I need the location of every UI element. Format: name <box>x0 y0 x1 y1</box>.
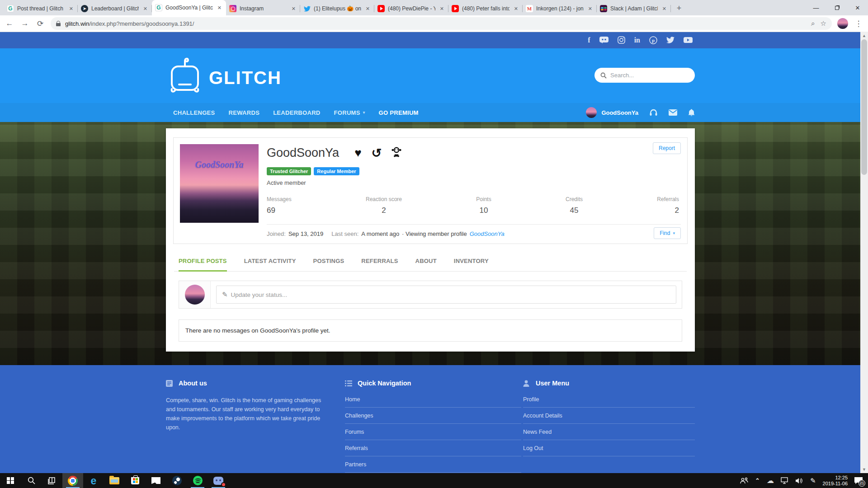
taskbar-mail-button[interactable] <box>146 473 166 488</box>
tab-profile-posts[interactable]: PROFILE POSTS <box>179 255 227 272</box>
task-view-button[interactable] <box>42 473 62 488</box>
browser-tab[interactable]: (1) Elitelupus 🎃 on Twi ✕ <box>300 2 374 15</box>
close-icon[interactable]: ✕ <box>587 5 594 12</box>
taskbar-discord-button[interactable] <box>208 473 229 488</box>
people-icon[interactable] <box>740 477 748 484</box>
pen-icon[interactable]: ✎ <box>810 477 816 485</box>
footer-link-profile[interactable]: Profile <box>523 391 695 408</box>
close-icon[interactable]: ✕ <box>68 5 75 12</box>
browser-tab[interactable]: (480) Peter falls into a c ✕ <box>448 2 523 15</box>
close-icon[interactable]: ✕ <box>216 5 223 11</box>
scrollbar-thumb[interactable] <box>861 39 867 175</box>
footer-link-challenges[interactable]: Challenges <box>345 408 521 424</box>
scroll-down-arrow[interactable]: ▼ <box>860 465 868 473</box>
footer-link-partners[interactable]: Partners <box>345 456 521 473</box>
nav-username[interactable]: GoodSoonYa <box>601 109 638 116</box>
stat-value[interactable]: 10 <box>476 206 491 215</box>
footer-link-account-details[interactable]: Account Details <box>523 408 695 424</box>
footer-link-news-feed[interactable]: News Feed <box>523 424 695 440</box>
volume-icon[interactable] <box>796 478 803 484</box>
browser-tab-active[interactable]: G GoodSoonYa | Glitch - C ✕ <box>152 0 226 15</box>
stat-value[interactable]: 2 <box>366 206 402 215</box>
scroll-up-arrow[interactable]: ▲ <box>860 32 868 39</box>
minimize-button[interactable]: — <box>806 0 826 15</box>
chevron-up-icon[interactable]: ⌃ <box>755 477 760 484</box>
close-icon[interactable]: ✕ <box>661 5 668 12</box>
network-icon[interactable] <box>781 477 789 484</box>
tab-referrals[interactable]: REFERRALS <box>361 255 398 271</box>
taskbar-steam-button[interactable] <box>166 473 187 488</box>
taskbar-edge-button[interactable]: e <box>83 473 104 488</box>
taskbar-clock[interactable]: 12:25 2019-11-06 <box>823 475 848 487</box>
youtube-icon[interactable] <box>684 36 693 45</box>
browser-tab[interactable]: (480) PewDiePie - YouT ✕ <box>374 2 448 15</box>
close-icon[interactable]: ✕ <box>439 5 445 12</box>
forward-icon[interactable]: → <box>20 19 30 28</box>
report-button[interactable]: Report <box>653 142 681 154</box>
taskbar-spotify-button[interactable] <box>187 473 208 488</box>
restore-button[interactable] <box>826 0 847 15</box>
action-center-button[interactable]: 21 <box>854 477 863 484</box>
browser-profile-avatar[interactable] <box>837 18 848 29</box>
baby-icon[interactable] <box>392 147 401 160</box>
zoom-icon[interactable]: ⌕ <box>811 19 815 28</box>
tab-postings[interactable]: POSTINGS <box>313 255 344 271</box>
footer-link-referrals[interactable]: Referrals <box>345 440 521 456</box>
onedrive-cloud-icon[interactable]: ☁ <box>767 476 774 485</box>
taskbar-store-button[interactable] <box>125 473 146 488</box>
viewing-profile-link[interactable]: GoodSoonYa <box>470 230 505 237</box>
browser-menu-icon[interactable]: ⋮ <box>854 19 863 28</box>
tab-latest-activity[interactable]: LATEST ACTIVITY <box>244 255 296 271</box>
stat-value[interactable]: 2 <box>657 206 679 215</box>
nav-user-avatar[interactable] <box>586 107 597 118</box>
nav-challenges[interactable]: CHALLENGES <box>173 109 215 116</box>
taskbar-search-button[interactable] <box>21 473 42 488</box>
stat-value[interactable]: 69 <box>267 206 292 215</box>
close-icon[interactable]: ✕ <box>513 5 519 12</box>
close-window-button[interactable]: ✕ <box>847 0 868 15</box>
site-search-input[interactable]: Search... <box>594 68 695 83</box>
heart-icon[interactable]: ♥ <box>354 146 361 160</box>
taskbar-chrome-button[interactable] <box>62 473 83 488</box>
status-input[interactable]: ✎ Update your status... <box>216 286 676 304</box>
messages-envelope-icon[interactable] <box>669 109 677 116</box>
instagram-icon[interactable] <box>618 36 625 45</box>
browser-tab[interactable]: G Post thread | Glitch - Co ✕ <box>4 2 78 15</box>
browser-tab[interactable]: Instagram ✕ <box>226 2 300 15</box>
undo-icon[interactable]: ↺ <box>372 149 382 158</box>
support-headset-icon[interactable] <box>649 109 658 117</box>
nav-go-premium[interactable]: GO PREMIUM <box>379 109 419 116</box>
glitch-logo[interactable]: GLITCH <box>167 56 282 94</box>
linkedin-icon[interactable]: in <box>634 36 640 45</box>
nav-forums[interactable]: FORUMS▾ <box>334 109 365 116</box>
close-icon[interactable]: ✕ <box>142 5 149 12</box>
find-button[interactable]: Find▾ <box>654 227 681 239</box>
footer-link-forums[interactable]: Forums <box>345 424 521 440</box>
taskbar-explorer-button[interactable] <box>104 473 125 488</box>
close-icon[interactable]: ✕ <box>364 5 371 12</box>
close-icon[interactable]: ✕ <box>290 5 297 12</box>
alerts-bell-icon[interactable] <box>688 109 695 117</box>
footer-link-log-out[interactable]: Log Out <box>523 440 695 456</box>
new-tab-button[interactable]: + <box>673 2 685 14</box>
nav-leaderboard[interactable]: LEADERBOARD <box>273 109 320 116</box>
twitter-icon[interactable] <box>666 36 675 45</box>
tab-about[interactable]: ABOUT <box>415 255 437 271</box>
facebook-icon[interactable]: f <box>588 36 590 45</box>
browser-tab[interactable]: M Inkorgen (124) - jonasg ✕ <box>523 2 597 15</box>
start-button[interactable] <box>0 473 21 488</box>
browser-tab[interactable]: ➤ Leaderboard | Glitch - C ✕ <box>78 2 152 15</box>
profile-avatar[interactable]: GoodSoonYa <box>180 144 259 223</box>
discord-icon[interactable] <box>599 36 609 45</box>
back-icon[interactable]: ← <box>5 19 14 28</box>
url-input[interactable]: glitch.win/index.php?members/goodsoonya.… <box>51 17 832 30</box>
tab-inventory[interactable]: INVENTORY <box>454 255 489 271</box>
browser-tab[interactable]: Slack | Adam | Glitch | 1 ✕ <box>597 2 671 15</box>
browser-scrollbar[interactable]: ▲ ▼ <box>860 32 868 473</box>
nav-rewards[interactable]: REWARDS <box>229 109 260 116</box>
pinterest-icon[interactable]: p <box>649 36 657 45</box>
bookmark-star-icon[interactable]: ☆ <box>821 19 826 28</box>
reload-icon[interactable]: ⟳ <box>35 19 45 28</box>
stat-value[interactable]: 45 <box>566 206 583 215</box>
footer-link-home[interactable]: Home <box>345 391 521 408</box>
